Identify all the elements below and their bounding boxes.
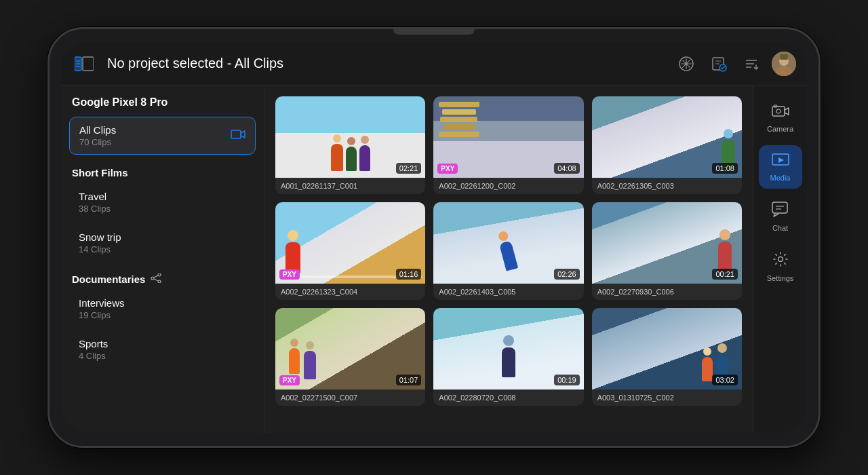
nav-chat[interactable]: Chat [759, 194, 802, 239]
travel-count: 38 Clips [79, 204, 111, 214]
clip-thumbnail: 02:26 [433, 202, 583, 284]
svg-rect-17 [780, 54, 788, 60]
all-clips-label: All Clips [79, 124, 116, 136]
clip-name: A002_02271500_C007 [275, 390, 425, 406]
video-icon [231, 129, 245, 142]
clip-name: A002_02261305_C003 [592, 178, 742, 194]
sports-count: 4 Clips [79, 351, 108, 361]
clip-name: A003_01310725_C002 [592, 390, 742, 406]
sort-icon-button[interactable] [739, 52, 764, 76]
sidebar-item-interviews[interactable]: Interviews 19 Clips [69, 290, 256, 327]
snowflake-icon-button[interactable] [674, 52, 698, 76]
phone-screen: No project selected - All Clips [61, 42, 807, 433]
clip-thumbnail: 00:19 [433, 308, 583, 390]
clip-duration: 01:07 [396, 375, 422, 385]
share-icon [151, 273, 161, 285]
media-label: Media [770, 174, 791, 182]
svg-line-22 [154, 276, 158, 278]
interviews-count: 19 Clips [79, 310, 125, 320]
clip-card[interactable]: 00:19A002_02280720_C008 [433, 308, 583, 406]
svg-point-25 [776, 109, 781, 113]
pxy-badge: PXY [437, 164, 458, 174]
clip-duration: 00:19 [554, 375, 580, 385]
travel-label: Travel [79, 191, 111, 202]
sidebar-item-sports[interactable]: Sports 4 Clips [69, 331, 256, 368]
clip-card[interactable]: PXY01:07A002_02271500_C007 [275, 308, 425, 406]
clip-name: A002_02280720_C008 [433, 390, 583, 406]
power-button[interactable] [47, 246, 49, 287]
checklist-icon-button[interactable] [707, 52, 731, 76]
svg-line-23 [154, 279, 158, 281]
clip-card[interactable]: PXY01:16A002_02261323_C004 [275, 202, 425, 300]
pxy-badge: PXY [279, 375, 300, 385]
camera-icon [772, 103, 789, 122]
sidebar-item-travel[interactable]: Travel 38 Clips [69, 184, 256, 221]
sidebar: Google Pixel 8 Pro All Clips 70 Clips [61, 86, 264, 433]
snow-trip-count: 14 Clips [79, 244, 121, 254]
documentaries-section: Documentaries [69, 265, 256, 290]
nav-settings[interactable]: Settings [759, 244, 802, 289]
sports-label: Sports [79, 338, 108, 349]
clip-card[interactable]: 00:21A002_02270930_C006 [592, 202, 742, 300]
clip-thumbnail: 03:02 [592, 308, 742, 390]
nav-camera[interactable]: Camera [759, 96, 802, 140]
header-left: No project selected - All Clips [72, 52, 674, 76]
settings-label: Settings [767, 274, 794, 282]
clip-duration: 02:26 [554, 269, 580, 280]
sidebar-toggle-button[interactable] [72, 52, 96, 76]
clip-card[interactable]: 02:26A002_02261403_C005 [433, 202, 583, 300]
clip-card[interactable]: PXY04:08A002_02261200_C002 [433, 96, 583, 194]
clip-duration: 01:16 [396, 269, 422, 280]
side-button[interactable] [819, 199, 821, 253]
volume-up-button[interactable] [47, 151, 49, 178]
interviews-label: Interviews [79, 297, 125, 309]
clip-duration: 01:08 [712, 163, 738, 174]
clip-name: A002_02261403_C005 [433, 284, 583, 300]
short-films-section: Short Films [69, 159, 256, 184]
clip-thumbnail: PXY04:08 [433, 96, 583, 178]
clip-thumbnail: PXY01:07 [275, 308, 425, 390]
clip-name: A001_02261137_C001 [275, 178, 425, 194]
clip-name: A002_02270930_C006 [592, 284, 742, 300]
right-navigation: Camera Media [753, 86, 807, 433]
header-actions [674, 52, 796, 76]
clip-thumbnail: 01:08 [592, 96, 742, 178]
device-name: Google Pixel 8 Pro [69, 96, 256, 109]
svg-rect-1 [83, 57, 94, 71]
svg-rect-28 [772, 202, 787, 213]
clip-duration: 04:08 [554, 163, 580, 174]
clip-thumbnail: 00:21 [592, 202, 742, 284]
header-title: No project selected - All Clips [107, 56, 283, 71]
svg-rect-18 [231, 130, 241, 138]
chat-label: Chat [772, 224, 788, 232]
clips-grid: 02:21A001_02261137_C001 PXY04:08A002_022… [275, 96, 742, 406]
snow-trip-label: Snow trip [79, 231, 121, 243]
settings-icon [772, 251, 789, 271]
sidebar-item-snow-trip[interactable]: Snow trip 14 Clips [69, 225, 256, 261]
clip-name: A002_02261323_C004 [275, 284, 425, 300]
clip-name: A002_02261200_C002 [433, 178, 583, 194]
main-content: Google Pixel 8 Pro All Clips 70 Clips [61, 86, 807, 433]
camera-label: Camera [767, 125, 793, 133]
volume-down-button[interactable] [47, 192, 49, 233]
clips-grid-area: 02:21A001_02261137_C001 PXY04:08A002_022… [264, 86, 753, 433]
pxy-badge: PXY [279, 269, 300, 280]
nav-media[interactable]: Media [759, 145, 802, 189]
clip-duration: 00:21 [712, 269, 738, 280]
svg-point-31 [778, 257, 783, 262]
svg-rect-24 [772, 107, 785, 116]
clip-card[interactable]: 02:21A001_02261137_C001 [275, 96, 425, 194]
svg-point-21 [151, 277, 154, 280]
clip-card[interactable]: 03:02A003_01310725_C002 [592, 308, 742, 406]
clip-card[interactable]: 01:08A002_02261305_C003 [592, 96, 742, 194]
chat-icon [772, 201, 789, 221]
sidebar-item-all-clips[interactable]: All Clips 70 Clips [69, 117, 256, 155]
user-avatar[interactable] [772, 52, 796, 76]
clip-thumbnail: PXY01:16 [275, 202, 425, 284]
clip-duration: 03:02 [712, 375, 738, 385]
clip-thumbnail: 02:21 [275, 96, 425, 178]
clip-duration: 02:21 [396, 163, 422, 174]
media-icon [772, 152, 789, 171]
svg-point-6 [685, 62, 688, 65]
phone-frame: No project selected - All Clips [47, 27, 821, 448]
